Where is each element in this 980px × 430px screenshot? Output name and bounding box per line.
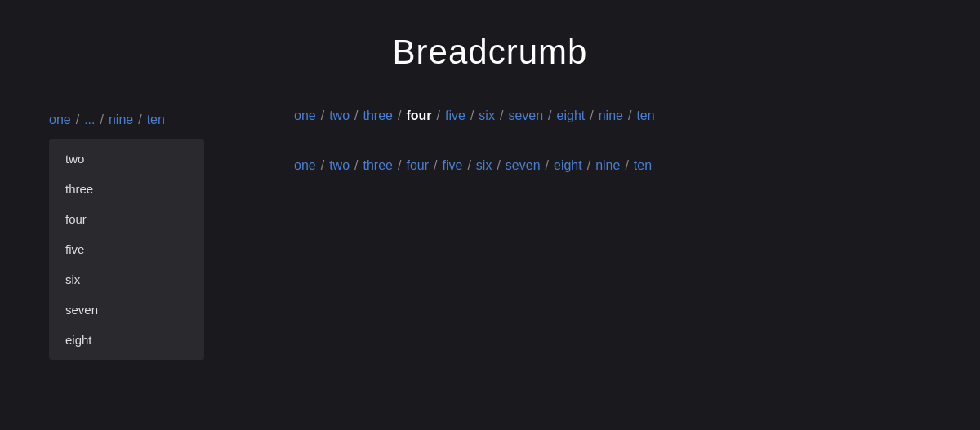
separator-3: / <box>138 113 141 127</box>
separator-1: / <box>76 113 79 127</box>
left-section: one / ... / nine / ten two three four fi… <box>49 113 245 131</box>
full-breadcrumb-2: one / two / three / four / five / six / … <box>294 154 931 178</box>
breadcrumb-item-nine[interactable]: nine <box>109 113 133 127</box>
content-area: one / ... / nine / ten two three four fi… <box>49 113 931 178</box>
collapsed-breadcrumb: one / ... / nine / ten <box>49 113 245 127</box>
bc2-one[interactable]: one <box>294 154 316 178</box>
dropdown-item-three[interactable]: three <box>49 174 204 204</box>
full-breadcrumb-1: one / two / three / four / five / six / … <box>294 104 931 128</box>
dropdown-menu: two three four five six seven eight <box>49 139 204 360</box>
dropdown-item-six[interactable]: six <box>49 264 204 295</box>
bc2-two[interactable]: two <box>329 154 350 178</box>
bc2-three[interactable]: three <box>363 154 393 178</box>
bc2-seven[interactable]: seven <box>506 154 541 178</box>
right-section: one / two / three / four / five / six / … <box>294 104 931 178</box>
bc1-one[interactable]: one <box>294 104 316 128</box>
bc2-ten[interactable]: ten <box>634 154 652 178</box>
dropdown-item-five[interactable]: five <box>49 234 204 264</box>
breadcrumb-item-ellipsis[interactable]: ... <box>84 113 95 127</box>
bc1-three[interactable]: three <box>363 104 393 128</box>
bc2-four[interactable]: four <box>406 154 429 178</box>
page-title: Breadcrumb <box>49 33 931 72</box>
dropdown-item-four[interactable]: four <box>49 204 204 234</box>
breadcrumb-item-one[interactable]: one <box>49 113 71 127</box>
dropdown-item-two[interactable]: two <box>49 144 204 174</box>
separator-2: / <box>100 113 104 127</box>
bc1-five[interactable]: five <box>445 104 466 128</box>
bc1-two[interactable]: two <box>329 104 350 128</box>
bc1-seven[interactable]: seven <box>508 104 543 128</box>
dropdown-item-seven[interactable]: seven <box>49 295 204 325</box>
breadcrumb-item-ten[interactable]: ten <box>147 113 165 127</box>
bc2-six[interactable]: six <box>476 154 492 178</box>
bc1-four[interactable]: four <box>406 104 431 128</box>
bc1-eight[interactable]: eight <box>557 104 586 128</box>
bc1-six[interactable]: six <box>479 104 495 128</box>
bc1-ten[interactable]: ten <box>636 104 654 128</box>
bc2-nine[interactable]: nine <box>595 154 620 178</box>
dropdown-item-eight[interactable]: eight <box>49 325 204 355</box>
bc1-nine[interactable]: nine <box>599 104 623 128</box>
bc2-eight[interactable]: eight <box>554 154 582 178</box>
page-container: Breadcrumb one / ... / nine / ten two th… <box>0 0 980 430</box>
bc2-five[interactable]: five <box>442 154 462 178</box>
